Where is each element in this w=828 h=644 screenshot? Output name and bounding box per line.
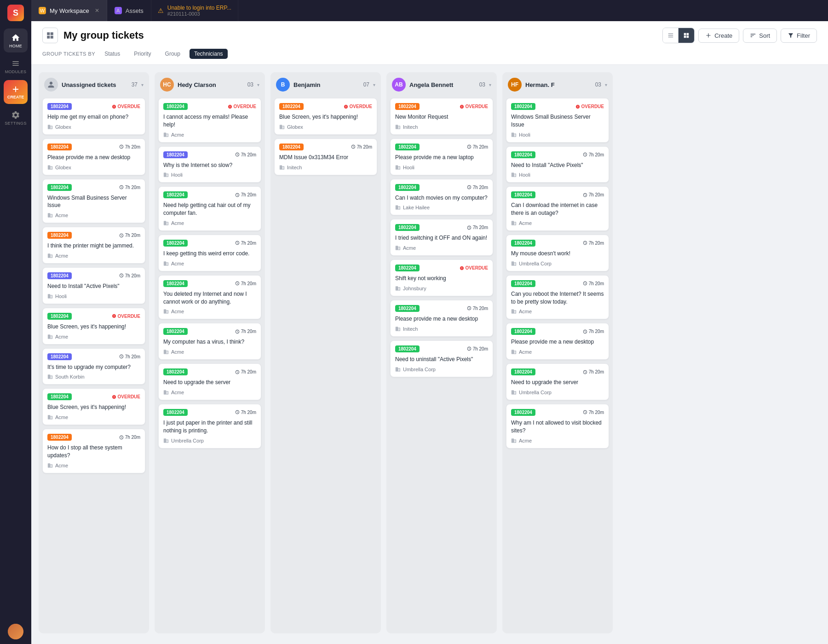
group-by-status[interactable]: Status: [100, 49, 125, 59]
column-chevron-benjamin[interactable]: ▾: [373, 82, 375, 87]
ticket-card[interactable]: 1802204 7h 20m Need to upgrade the serve…: [158, 363, 261, 400]
create-button[interactable]: Create: [698, 29, 739, 43]
company-name: Hooli: [171, 172, 183, 178]
ticket-card[interactable]: 1802204 7h 20m Can you reboot the Intern…: [506, 275, 609, 320]
grid-view-button[interactable]: [678, 28, 694, 43]
user-avatar[interactable]: [8, 624, 23, 639]
company-icon: [395, 165, 401, 170]
sidebar-item-create[interactable]: CREATE: [4, 80, 28, 104]
tab-workspace[interactable]: W My Workspace ✕: [31, 0, 107, 21]
ticket-card[interactable]: 1802204 OVERDUE Shift key not working Jo…: [390, 259, 493, 296]
filter-button[interactable]: Filter: [781, 29, 817, 43]
workspace-tab-icon: W: [39, 7, 46, 14]
ticket-card[interactable]: 1802204 OVERDUE New Monitor Request Init…: [390, 98, 493, 135]
card-title: It's time to upgrade my computer?: [47, 363, 140, 371]
tab-alert[interactable]: ⚠ Unable to login into ERP... #210111-00…: [151, 0, 238, 21]
ticket-card[interactable]: 1802204 7h 20m Can I watch movies on my …: [390, 179, 493, 216]
sidebar-item-create-label: CREATE: [7, 95, 24, 99]
list-view-button[interactable]: [663, 28, 678, 43]
card-title: Need to Install "Active Pixels": [511, 161, 604, 169]
card-company: Acme: [47, 414, 140, 420]
ticket-card[interactable]: 1802204 7h 20m Need to Install "Active P…: [506, 146, 609, 183]
card-company: Acme: [511, 438, 604, 443]
card-company: Hooli: [47, 293, 140, 299]
ticket-card[interactable]: 1802204 7h 20m My computer has a virus, …: [158, 323, 261, 360]
time-badge: 7h 20m: [467, 346, 488, 351]
ticket-card[interactable]: 1802204 7h 20m I tried switching it OFF …: [390, 219, 493, 256]
ticket-card[interactable]: 1802204 OVERDUE Blue Screen, yes it's ha…: [274, 98, 377, 135]
company-name: Acme: [55, 213, 68, 218]
ticket-card[interactable]: 1802204 7h 20m My mouse doesn't work! Um…: [506, 235, 609, 271]
ticket-id: 1802204: [395, 144, 420, 150]
group-by-priority[interactable]: Priority: [129, 49, 155, 59]
tab-assets[interactable]: A Assets: [107, 0, 151, 21]
ticket-card[interactable]: 1802204 7h 20m Please provide me a new d…: [506, 323, 609, 360]
sort-button[interactable]: Sort: [743, 29, 777, 43]
card-company: Acme: [163, 309, 256, 314]
ticket-card[interactable]: 1802204 7h 20m You deleted my Internet a…: [158, 275, 261, 320]
card-title: Need to upgrade the server: [163, 379, 256, 386]
sidebar-item-home[interactable]: HOME: [4, 29, 28, 52]
column-cards-herman: 1802204 OVERDUE Windows Small Business S…: [502, 96, 613, 633]
card-title: My mouse doesn't work!: [511, 250, 604, 258]
sidebar-item-settings-label: SETTINGS: [5, 121, 26, 126]
ticket-card[interactable]: 1802204 7h 20m Can I download the intern…: [506, 186, 609, 231]
company-name: Initech: [403, 326, 418, 332]
overdue-badge: OVERDUE: [228, 104, 256, 109]
ticket-card[interactable]: 1802204 7h 20m Need to Install "Active P…: [42, 267, 145, 304]
time-badge: 7h 20m: [467, 144, 488, 150]
card-top: 1802204 7h 20m: [511, 409, 604, 416]
ticket-card[interactable]: 1802204 7h 20m How do I stop all these s…: [42, 429, 145, 473]
sidebar-item-settings[interactable]: SETTINGS: [4, 106, 28, 130]
page-header-top: My group tickets Create: [42, 28, 817, 43]
ticket-id: 1802204: [163, 328, 188, 335]
card-top: 1802204 7h 20m: [163, 280, 256, 287]
card-title: Can I download the internet in case ther…: [511, 201, 604, 217]
ticket-card[interactable]: 1802204 7h 20m Why am I not allowed to v…: [506, 404, 609, 448]
ticket-card[interactable]: 1802204 7h 20m Please provide me a new d…: [42, 138, 145, 175]
ticket-card[interactable]: 1802204 OVERDUE I cannot access my email…: [158, 98, 261, 143]
ticket-card[interactable]: 1802204 7h 20m Need to uninstall "Active…: [390, 340, 493, 377]
ticket-card[interactable]: 1802204 7h 20m Windows Small Business Se…: [42, 179, 145, 224]
column-chevron-herman[interactable]: ▾: [605, 82, 607, 87]
card-title: I just put paper in the printer and stil…: [163, 419, 256, 435]
ticket-card[interactable]: 1802204 7h 20m Please provide me a new d…: [390, 300, 493, 337]
group-by-group[interactable]: Group: [161, 49, 185, 59]
ticket-card[interactable]: 1802204 OVERDUE Help me get my email on …: [42, 98, 145, 135]
app-logo[interactable]: S: [7, 5, 24, 21]
ticket-id: 1802204: [395, 264, 420, 271]
group-by-technicians[interactable]: Technicians: [190, 49, 228, 59]
card-title: How do I stop all these system updates?: [47, 444, 140, 460]
company-name: Umbrella Corp: [171, 438, 204, 443]
ticket-card[interactable]: 1802204 OVERDUE Blue Screen, yes it's ha…: [42, 388, 145, 425]
settings-icon: [11, 110, 20, 120]
sort-icon: [750, 32, 756, 39]
workspace-tab-close[interactable]: ✕: [95, 7, 99, 14]
ticket-card[interactable]: 1802204 OVERDUE Windows Small Business S…: [506, 98, 609, 143]
card-top: 1802204 7h 20m: [163, 240, 256, 247]
column-chevron-hedy[interactable]: ▾: [257, 82, 259, 87]
company-icon: [163, 390, 169, 395]
create-icon: [12, 85, 20, 93]
company-name: Umbrella Corp: [403, 367, 436, 372]
ticket-card[interactable]: 1802204 7h 20m Need help getting cat hai…: [158, 186, 261, 231]
ticket-card[interactable]: 1802204 7h 20m I just put paper in the p…: [158, 404, 261, 448]
sidebar-item-modules[interactable]: MODULES: [4, 54, 28, 78]
column-chevron-unassigned[interactable]: ▾: [141, 82, 144, 87]
card-company: Globex: [47, 165, 140, 170]
company-name: Acme: [171, 349, 184, 355]
ticket-card[interactable]: 1802204 7h 20m Why is the Internet so sl…: [158, 146, 261, 183]
ticket-card[interactable]: 1802204 7h 20m I keep getting this weird…: [158, 235, 261, 271]
card-top: 1802204 OVERDUE: [47, 393, 140, 400]
ticket-card[interactable]: 1802204 7h 20m I think the printer might…: [42, 227, 145, 264]
create-button-label: Create: [714, 32, 732, 39]
company-name: Initech: [403, 124, 418, 130]
ticket-card[interactable]: 1802204 7h 20m MDM Issue 0x313M34 Error …: [274, 138, 377, 175]
ticket-card[interactable]: 1802204 7h 20m It's time to upgrade my c…: [42, 348, 145, 385]
ticket-card[interactable]: 1802204 OVERDUE Blue Screen, yes it's ha…: [42, 308, 145, 345]
overdue-badge: OVERDUE: [460, 104, 488, 109]
column-chevron-angela[interactable]: ▾: [489, 82, 491, 87]
ticket-card[interactable]: 1802204 7h 20m Need to upgrade the serve…: [506, 363, 609, 400]
company-name: Hooli: [519, 132, 530, 138]
ticket-card[interactable]: 1802204 7h 20m Please provide me a new l…: [390, 138, 493, 175]
